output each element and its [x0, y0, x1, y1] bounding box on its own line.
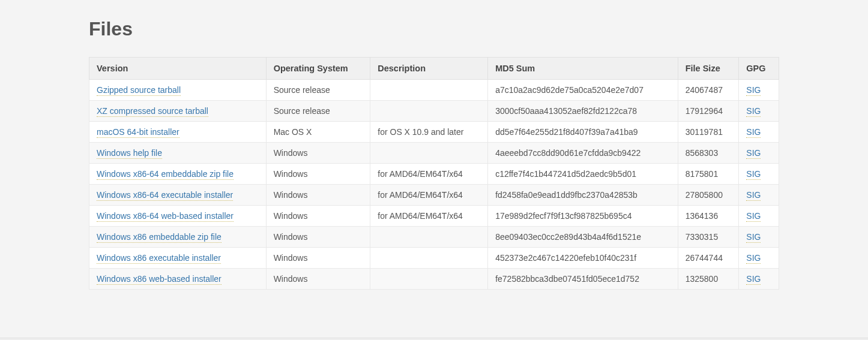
cell-description	[370, 80, 488, 101]
version-link[interactable]: macOS 64-bit installer	[97, 127, 179, 138]
table-row: Windows x86 embeddable zip fileWindows8e…	[89, 227, 779, 248]
col-header-version: Version	[89, 58, 267, 80]
cell-md5: 452373e2c467c14220efeb10f40c231f	[488, 248, 678, 269]
cell-description	[370, 101, 488, 122]
col-header-description: Description	[370, 58, 488, 80]
cell-version: Windows x86 embeddable zip file	[89, 227, 267, 248]
table-row: Windows x86-64 web-based installerWindow…	[89, 206, 779, 227]
sig-link[interactable]: SIG	[746, 190, 761, 201]
cell-version: Windows x86-64 executable installer	[89, 185, 267, 206]
sig-link[interactable]: SIG	[746, 274, 761, 285]
cell-md5: 3000cf50aaa413052aef82fd2122ca78	[488, 101, 678, 122]
version-link[interactable]: Windows x86 web-based installer	[97, 274, 222, 285]
cell-os: Windows	[266, 227, 370, 248]
cell-size: 17912964	[678, 101, 739, 122]
cell-md5: dd5e7f64e255d21f8d407f39a7a41ba9	[488, 122, 678, 143]
cell-gpg: SIG	[739, 101, 779, 122]
cell-gpg: SIG	[739, 122, 779, 143]
cell-version: Windows x86 web-based installer	[89, 269, 267, 290]
cell-size: 1325800	[678, 269, 739, 290]
cell-description: for AMD64/EM64T/x64	[370, 164, 488, 185]
cell-gpg: SIG	[739, 269, 779, 290]
table-row: Gzipped source tarballSource releasea7c1…	[89, 80, 779, 101]
cell-version: Windows x86 executable installer	[89, 248, 267, 269]
version-link[interactable]: Windows help file	[97, 148, 162, 159]
col-header-os: Operating System	[266, 58, 370, 80]
table-row: Windows x86 web-based installerWindowsfe…	[89, 269, 779, 290]
sig-link[interactable]: SIG	[746, 106, 761, 117]
cell-size: 27805800	[678, 185, 739, 206]
cell-gpg: SIG	[739, 227, 779, 248]
cell-size: 24067487	[678, 80, 739, 101]
cell-size: 8568303	[678, 143, 739, 164]
cell-gpg: SIG	[739, 164, 779, 185]
sig-link[interactable]: SIG	[746, 232, 761, 243]
table-header: Version Operating System Description MD5…	[89, 58, 779, 80]
cell-os: Mac OS X	[266, 122, 370, 143]
cell-description	[370, 227, 488, 248]
cell-description	[370, 143, 488, 164]
content-container: Files Version Operating System Descripti…	[89, 0, 779, 338]
cell-md5: 8ee09403ec0cc2e89d43b4a4f6d1521e	[488, 227, 678, 248]
cell-gpg: SIG	[739, 185, 779, 206]
cell-size: 1364136	[678, 206, 739, 227]
table-body: Gzipped source tarballSource releasea7c1…	[89, 80, 779, 290]
version-link[interactable]: Windows x86 executable installer	[97, 253, 221, 264]
cell-size: 30119781	[678, 122, 739, 143]
cell-version: Windows x86-64 web-based installer	[89, 206, 267, 227]
cell-os: Windows	[266, 143, 370, 164]
cell-os: Windows	[266, 185, 370, 206]
cell-description: for AMD64/EM64T/x64	[370, 206, 488, 227]
version-link[interactable]: Windows x86 embeddable zip file	[97, 232, 222, 243]
page-title: Files	[89, 18, 779, 40]
footer-band	[0, 338, 868, 340]
version-link[interactable]: Windows x86-64 embeddable zip file	[97, 169, 234, 180]
cell-version: Windows help file	[89, 143, 267, 164]
version-link[interactable]: XZ compressed source tarball	[97, 106, 208, 117]
cell-description: for OS X 10.9 and later	[370, 122, 488, 143]
cell-md5: fd2458fa0e9ead1dd9fbc2370a42853b	[488, 185, 678, 206]
version-link[interactable]: Windows x86-64 web-based installer	[97, 211, 234, 222]
sig-link[interactable]: SIG	[746, 253, 761, 264]
cell-md5: fe72582bbca3dbe07451fd05ece1d752	[488, 269, 678, 290]
version-link[interactable]: Gzipped source tarball	[97, 85, 181, 96]
cell-md5: a7c10a2ac9d62de75a0ca5204e2e7d07	[488, 80, 678, 101]
cell-os: Source release	[266, 80, 370, 101]
cell-os: Windows	[266, 248, 370, 269]
cell-md5: 17e989d2fecf7f9f13cf987825b695c4	[488, 206, 678, 227]
col-header-md5: MD5 Sum	[488, 58, 678, 80]
cell-md5: 4aeeebd7cc8dd90d61e7cfdda9cb9422	[488, 143, 678, 164]
sig-link[interactable]: SIG	[746, 169, 761, 180]
files-table: Version Operating System Description MD5…	[89, 57, 779, 290]
cell-description: for AMD64/EM64T/x64	[370, 185, 488, 206]
cell-os: Windows	[266, 269, 370, 290]
cell-gpg: SIG	[739, 143, 779, 164]
sig-link[interactable]: SIG	[746, 85, 761, 96]
cell-size: 8175801	[678, 164, 739, 185]
table-row: macOS 64-bit installerMac OS Xfor OS X 1…	[89, 122, 779, 143]
col-header-gpg: GPG	[739, 58, 779, 80]
table-row: Windows x86-64 executable installerWindo…	[89, 185, 779, 206]
cell-description	[370, 248, 488, 269]
cell-gpg: SIG	[739, 248, 779, 269]
sig-link[interactable]: SIG	[746, 127, 761, 138]
cell-md5: c12ffe7f4c1b447241d5d2aedc9b5d01	[488, 164, 678, 185]
cell-version: macOS 64-bit installer	[89, 122, 267, 143]
version-link[interactable]: Windows x86-64 executable installer	[97, 190, 233, 201]
table-row: Windows help fileWindows4aeeebd7cc8dd90d…	[89, 143, 779, 164]
cell-version: Gzipped source tarball	[89, 80, 267, 101]
cell-gpg: SIG	[739, 206, 779, 227]
cell-os: Windows	[266, 164, 370, 185]
cell-size: 7330315	[678, 227, 739, 248]
cell-os: Source release	[266, 101, 370, 122]
table-row: Windows x86 executable installerWindows4…	[89, 248, 779, 269]
col-header-size: File Size	[678, 58, 739, 80]
cell-description	[370, 269, 488, 290]
sig-link[interactable]: SIG	[746, 211, 761, 222]
cell-version: Windows x86-64 embeddable zip file	[89, 164, 267, 185]
cell-version: XZ compressed source tarball	[89, 101, 267, 122]
table-row: XZ compressed source tarballSource relea…	[89, 101, 779, 122]
sig-link[interactable]: SIG	[746, 148, 761, 159]
table-row: Windows x86-64 embeddable zip fileWindow…	[89, 164, 779, 185]
cell-gpg: SIG	[739, 80, 779, 101]
